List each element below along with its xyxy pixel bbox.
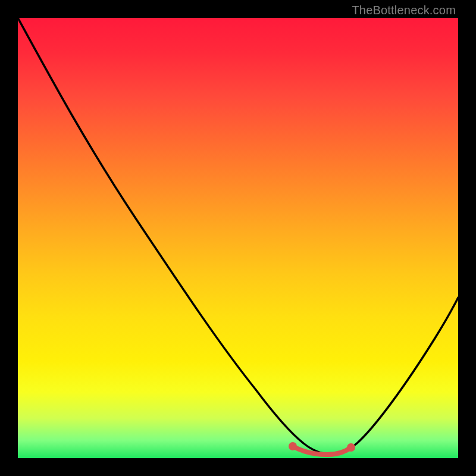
plot-area [18, 18, 458, 458]
watermark-text: TheBottleneck.com [352, 4, 456, 17]
curve-layer [18, 18, 458, 458]
chart-frame [18, 18, 458, 458]
bottleneck-curve [18, 18, 458, 454]
optimal-range-segment [293, 446, 351, 455]
marker-left [289, 442, 297, 450]
marker-right [347, 443, 355, 452]
